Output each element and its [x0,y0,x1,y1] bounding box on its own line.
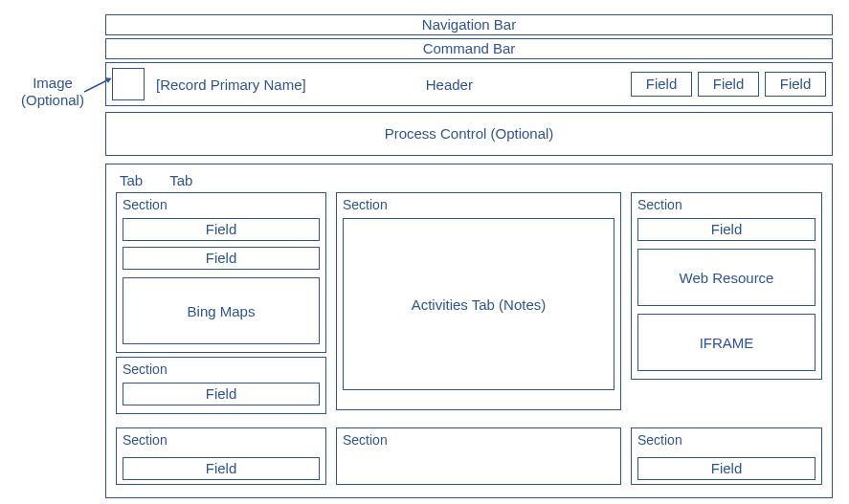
tabs-row: Tab Tab [112,170,826,188]
header-field: Field [765,72,826,97]
header-fields: Field Field Field [631,72,826,97]
navigation-bar: Navigation Bar [105,14,833,35]
process-control: Process Control (Optional) [105,112,833,156]
section: Section Field [631,427,822,485]
header-field: Field [698,72,759,97]
field: Field [123,457,320,480]
section-label: Section [123,432,320,448]
command-bar-label: Command Bar [423,40,516,56]
section: Section Activities Tab (Notes) [336,192,621,410]
section-label: Section [123,362,320,377]
section-label: Section [637,197,815,212]
header-field: Field [631,72,692,97]
field: Field [637,218,815,241]
section: Section [336,427,621,485]
field: Field [123,383,320,405]
section: Section Field [116,427,326,485]
section: Section Field Web Resource IFRAME [631,192,822,380]
tab: Tab [169,172,192,188]
record-primary-name: [Record Primary Name] [156,77,306,93]
layout-diagram: Navigation Bar Command Bar [Record Prima… [105,14,833,498]
header-title: Header [316,77,621,93]
field: Field [123,247,320,270]
tab: Tab [120,172,143,188]
section: Section Field [116,357,326,414]
right-column: Section Field Web Resource IFRAME [631,188,822,414]
section-label: Section [637,432,815,448]
field: Field [123,218,320,241]
iframe-label: IFRAME [700,335,754,351]
navigation-bar-label: Navigation Bar [422,16,516,33]
left-column: Section Field Field Bing Maps Section Fi… [116,188,326,414]
web-resource-placeholder: Web Resource [637,249,815,306]
command-bar: Command Bar [105,38,833,59]
header-bar: [Record Primary Name] Header Field Field… [105,62,833,106]
process-control-label: Process Control (Optional) [385,125,554,142]
activities-tab-placeholder: Activities Tab (Notes) [343,218,614,390]
field: Field [637,457,815,480]
bing-maps-label: Bing Maps [188,303,256,319]
record-image-placeholder [112,68,145,100]
bing-maps-placeholder: Bing Maps [123,277,320,344]
activities-label: Activities Tab (Notes) [412,296,547,313]
iframe-placeholder: IFRAME [637,314,815,371]
web-resource-label: Web Resource [680,270,774,286]
section: Section Field Field Bing Maps [116,192,326,353]
section-label: Section [343,197,614,212]
section-label: Section [123,197,320,212]
middle-column: Section Activities Tab (Notes) [336,188,621,414]
section-label: Section [343,432,614,448]
form-body: Tab Tab Section Field Field Bing Maps Se… [105,164,833,498]
